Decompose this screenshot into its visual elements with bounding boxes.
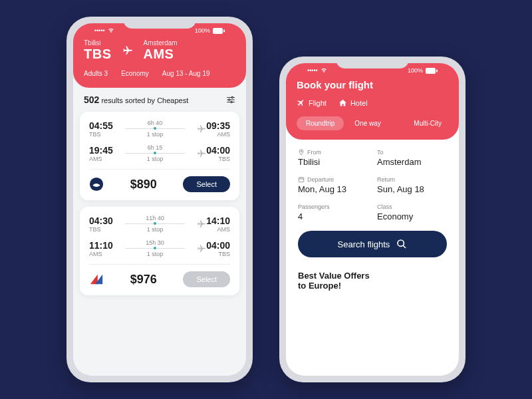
- results-bar: 502 results sorted by Cheapest: [73, 88, 246, 112]
- phone-booking: ••••• 100% Book your flight Flight Hotel: [279, 57, 466, 382]
- leg-row: 04:30TBS 11h 401 stop 14:10AMS: [89, 215, 230, 233]
- svg-point-5: [229, 99, 230, 100]
- svg-rect-1: [223, 29, 225, 32]
- svg-rect-0: [213, 28, 223, 34]
- results-text: results sorted by Cheapest: [101, 96, 188, 104]
- pin-icon: [298, 149, 305, 156]
- dates-summary: Aug 13 - Aug 19: [162, 70, 210, 77]
- trip-roundtrip[interactable]: Roundtrip: [297, 116, 344, 130]
- signal-icon: •••••: [307, 67, 318, 74]
- page-title: Book your flight: [297, 79, 448, 90]
- home-icon: [338, 98, 347, 107]
- plane-icon: [197, 124, 206, 134]
- svg-point-3: [231, 96, 233, 98]
- tab-flight[interactable]: Flight: [297, 98, 327, 107]
- header: ••••• 100% Tbilisi TBS Amsterdam AMS: [73, 23, 246, 88]
- plane-icon: [297, 98, 305, 107]
- filter-icon[interactable]: [226, 96, 235, 104]
- leg-row: 04:55TBS 6h 401 stop 09:35AMS: [89, 120, 230, 138]
- from-field[interactable]: From Tbilisi: [298, 149, 368, 167]
- plane-icon: [197, 149, 206, 158]
- leg-row: 19:45AMS 6h 151 stop 04:00TBS: [89, 144, 230, 162]
- price: $976: [130, 273, 157, 287]
- svg-rect-12: [299, 178, 304, 182]
- cabin-summary: Economy: [121, 70, 149, 77]
- search-button[interactable]: Search flights: [298, 231, 447, 257]
- plane-icon: [197, 244, 206, 253]
- trip-oneway[interactable]: One way: [348, 116, 387, 130]
- notch: [123, 17, 196, 29]
- to-block: Amsterdam AMS: [144, 39, 178, 62]
- svg-point-7: [231, 101, 232, 102]
- passengers-field[interactable]: Passengers 4: [298, 203, 368, 221]
- header: ••••• 100% Book your flight Flight Hotel: [286, 63, 459, 140]
- battery-icon: [426, 68, 438, 74]
- search-form: From Tbilisi To Amsterdam Departure Mon,…: [286, 140, 459, 263]
- svg-point-11: [301, 151, 302, 152]
- wifi-icon: [108, 27, 114, 34]
- phone-results: ••••• 100% Tbilisi TBS Amsterdam AMS: [66, 17, 253, 382]
- tab-hotel[interactable]: Hotel: [338, 98, 368, 107]
- airline-logo: [89, 272, 104, 287]
- airline-logo: [89, 177, 104, 192]
- pax-summary: Adults 3: [84, 70, 108, 77]
- notch: [336, 57, 409, 68]
- calendar-icon: [298, 176, 305, 183]
- leg-row: 11:10AMS 15h 301 stop 04:00TBS: [89, 239, 230, 257]
- search-icon: [396, 239, 407, 249]
- svg-point-16: [398, 240, 404, 246]
- svg-rect-10: [436, 69, 438, 72]
- return-field[interactable]: Return Sun, Aug 18: [377, 176, 447, 194]
- class-field[interactable]: Class Economy: [377, 203, 447, 221]
- trip-multi[interactable]: Multi-City: [407, 116, 448, 130]
- offer-card[interactable]: 04:30TBS 11h 401 stop 14:10AMS 11:10AMS …: [80, 207, 239, 295]
- battery-text: 100%: [408, 67, 423, 74]
- wifi-icon: [321, 67, 327, 74]
- battery-icon: [213, 28, 225, 34]
- results-count: 502: [84, 94, 99, 105]
- svg-line-17: [403, 245, 406, 248]
- battery-text: 100%: [195, 27, 210, 34]
- offer-card[interactable]: 04:55TBS 6h 401 stop 09:35AMS 19:45AMS 6…: [80, 112, 239, 200]
- select-button[interactable]: Select: [183, 176, 230, 192]
- select-button[interactable]: Select: [183, 271, 230, 287]
- promo-heading: Best Value Offers to Europe!: [286, 263, 459, 293]
- signal-icon: •••••: [94, 27, 105, 34]
- from-block: Tbilisi TBS: [84, 39, 112, 62]
- price: $890: [130, 178, 157, 192]
- plane-icon: [197, 219, 206, 229]
- svg-rect-9: [426, 68, 436, 74]
- departure-field[interactable]: Departure Mon, Aug 13: [298, 176, 368, 194]
- to-field[interactable]: To Amsterdam: [377, 149, 447, 167]
- plane-icon: [122, 45, 133, 56]
